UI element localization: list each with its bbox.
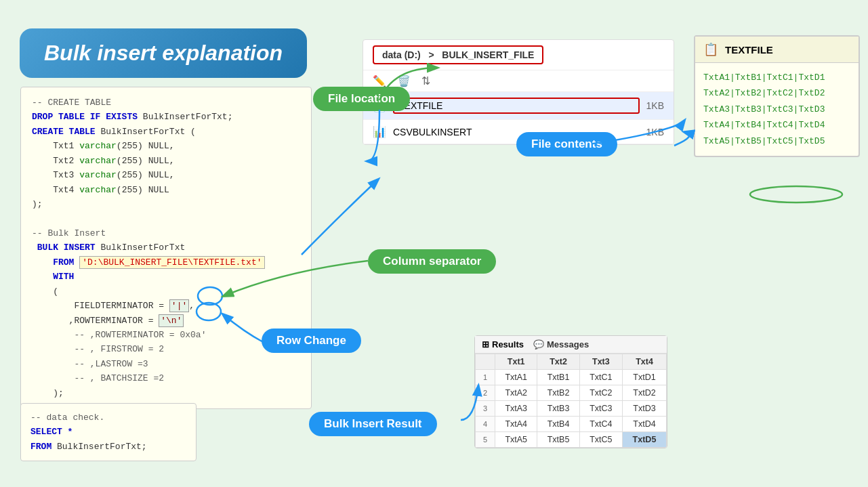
svg-point-2 (750, 186, 842, 203)
textfile-line-4: TxtA4|TxtB4|TxtC4|TxtD4 (703, 117, 850, 133)
col-header-blank (476, 354, 495, 370)
label-bulk-insert-result: Bulk Insert Result (309, 412, 437, 436)
textfile-content: TxtA1|TxtB1|TxtC1|TxtD1 TxtA2|TxtB2|TxtC… (695, 63, 859, 156)
textfile-panel: 📋 TEXTFILE TxtA1|TxtB1|TxtC1|TxtD1 TxtA2… (694, 35, 860, 157)
results-tabs: ⊞ Results 💬 Messages (475, 336, 667, 354)
file-explorer-panel: data (D:) > BULK_INSERT_FILE ✏️ 🗑️ ⇅ 📄 T… (363, 39, 674, 145)
table-row: 3 TxtA3 TxtB3 TxtC3 TxtD3 (476, 401, 667, 417)
table-row: 5 TxtA5 TxtB5 TxtC5 TxtD5 (476, 432, 667, 448)
file-name-textfile: TEXTFILE (393, 98, 640, 114)
tab-messages[interactable]: 💬 Messages (533, 339, 589, 350)
datacheck-block: -- data check. SELECT * FROM BulkInsertF… (20, 403, 197, 461)
textfile-line-3: TxtA3|TxtB3|TxtC3|TxtD3 (703, 102, 850, 117)
code-line-1: -- CREATE TABLE (32, 98, 111, 108)
table-row: 1 TxtA1 TxtB1 TxtC1 TxtD1 (476, 370, 667, 385)
file-size-csv: 1KB (646, 127, 664, 137)
results-icon: ⊞ (482, 339, 489, 350)
file-csv-icon: 📊 (373, 125, 386, 138)
edit-icon[interactable]: ✏️ (373, 75, 386, 87)
textfile-line-2: TxtA2|TxtB2|TxtC2|TxtD2 (703, 85, 850, 101)
col-header-txt1: Txt1 (495, 354, 537, 370)
col-header-txt2: Txt2 (537, 354, 579, 370)
path-box: data (D:) > BULK_INSERT_FILE (373, 45, 543, 64)
code-block: -- CREATE TABLE DROP TABLE IF EXISTS Bul… (20, 87, 312, 409)
results-table: Txt1 Txt2 Txt3 Txt4 1 TxtA1 TxtB1 TxtC1 … (475, 354, 667, 448)
label-file-location: File location (313, 87, 410, 111)
file-size-textfile: 1KB (646, 100, 664, 111)
textfile-title: TEXTFILE (725, 44, 773, 56)
table-row: 4 TxtA4 TxtB4 TxtC4 TxtD4 (476, 417, 667, 432)
page-title: Bulk insert explanation (44, 41, 283, 65)
label-column-separator: Column separator (368, 249, 496, 274)
sort-icon[interactable]: ⇅ (421, 75, 430, 87)
textfile-line-1: TxtA1|TxtB1|TxtC1|TxtD1 (703, 70, 850, 85)
label-row-change: Row Change (262, 329, 361, 353)
tab-results[interactable]: ⊞ Results (482, 339, 524, 350)
col-header-txt4: Txt4 (622, 354, 666, 370)
label-file-contents: File contents (516, 132, 617, 156)
file-toolbar: ✏️ 🗑️ ⇅ (363, 70, 674, 92)
textfile-icon: 📋 (703, 42, 718, 57)
title-box: Bulk insert explanation (20, 28, 307, 78)
col-header-txt3: Txt3 (579, 354, 622, 370)
textfile-header: 📋 TEXTFILE (695, 37, 859, 63)
textfile-line-5: TxtA5|TxtB5|TxtC5|TxtD5 (703, 133, 850, 149)
table-row: 2 TxtA2 TxtB2 TxtC2 TxtD2 (476, 385, 667, 401)
results-panel: ⊞ Results 💬 Messages Txt1 Txt2 Txt3 Txt4… (474, 335, 667, 448)
file-path: data (D:) > BULK_INSERT_FILE (363, 40, 674, 70)
delete-icon[interactable]: 🗑️ (397, 75, 411, 87)
messages-icon: 💬 (533, 339, 544, 350)
